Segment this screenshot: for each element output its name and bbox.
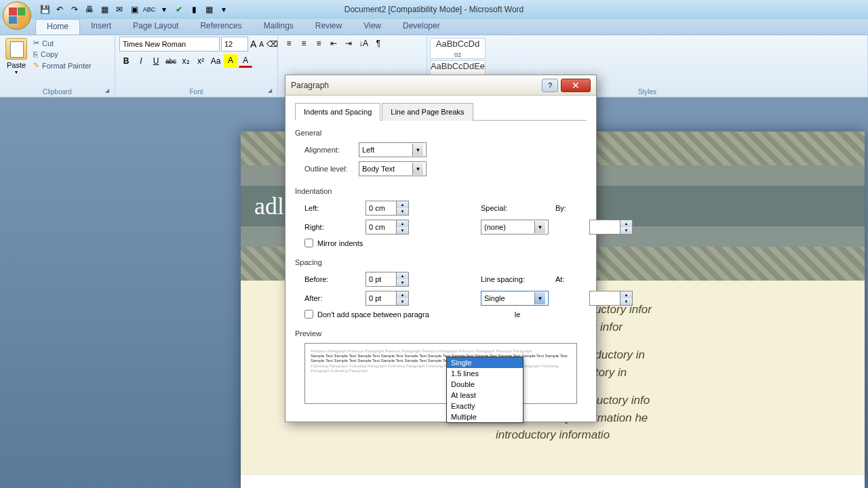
dropdown-item[interactable]: Single: [447, 357, 523, 368]
change-case-button[interactable]: Aa: [209, 54, 222, 68]
paste-button[interactable]: Paste ▾: [4, 37, 28, 77]
dialog-close-button[interactable]: ✕: [561, 79, 591, 92]
tab-view[interactable]: View: [353, 19, 392, 35]
format-painter-button[interactable]: ✎Format Painter: [33, 60, 92, 70]
before-spinner[interactable]: ▲▼: [366, 272, 409, 287]
right-indent-spinner[interactable]: ▲▼: [366, 220, 409, 235]
qat-dropdown-icon[interactable]: ▾: [157, 3, 171, 16]
cube-icon[interactable]: ▣: [127, 3, 141, 16]
dropdown-item[interactable]: Double: [447, 379, 523, 390]
numbering-button[interactable]: ≡: [297, 37, 311, 50]
dialog-titlebar[interactable]: Paragraph ? ✕: [285, 75, 596, 96]
dialog-help-button[interactable]: ?: [542, 79, 558, 92]
mirror-indents-checkbox[interactable]: Mirror indents: [295, 239, 587, 247]
spinner-up-icon[interactable]: ▲: [397, 220, 408, 227]
dropdown-item[interactable]: At least: [447, 390, 523, 401]
dropdown-item[interactable]: 1.5 lines: [447, 368, 523, 379]
outline-select[interactable]: Body Text▼: [359, 161, 427, 176]
paste-dropdown-icon: ▾: [15, 69, 18, 75]
tab-line-page-breaks[interactable]: Line and Page Breaks: [382, 103, 473, 121]
clear-format-button[interactable]: ⌫: [266, 37, 279, 51]
tab-page-layout[interactable]: Page Layout: [122, 19, 189, 35]
preview-label: Preview: [295, 329, 587, 338]
bold-button[interactable]: B: [119, 54, 133, 68]
spinner-up-icon[interactable]: ▲: [397, 201, 408, 208]
tab-mailings[interactable]: Mailings: [253, 19, 304, 35]
sort-button[interactable]: ↓A: [357, 37, 370, 50]
underline-button[interactable]: U: [149, 54, 163, 68]
show-marks-button[interactable]: ¶: [372, 37, 385, 50]
highlight-button[interactable]: A: [224, 54, 237, 68]
preview-icon[interactable]: ▦: [98, 3, 111, 16]
font-color-button[interactable]: A: [239, 54, 252, 68]
italic-button[interactable]: I: [134, 54, 148, 68]
spinner-down-icon[interactable]: ▼: [397, 227, 408, 234]
spinner-down-icon[interactable]: ▼: [620, 298, 632, 305]
spinner-down-icon[interactable]: ▼: [620, 227, 632, 234]
left-indent-spinner[interactable]: ▲▼: [366, 201, 409, 216]
shrink-font-button[interactable]: A: [258, 37, 264, 51]
special-select[interactable]: (none)▼: [481, 220, 549, 235]
spinner-down-icon[interactable]: ▼: [397, 208, 408, 215]
spellcheck-icon[interactable]: ABC: [142, 3, 156, 16]
grow-font-button[interactable]: A: [250, 37, 257, 51]
redo-icon[interactable]: ↷: [68, 3, 81, 16]
chevron-down-icon: ▼: [412, 144, 423, 156]
line-spacing-dropdown: Single1.5 linesDoubleAt leastExactlyMult…: [446, 357, 524, 423]
alignment-select[interactable]: Left▼: [359, 142, 427, 157]
qat-more-icon[interactable]: ▾: [217, 3, 231, 16]
office-button[interactable]: [3, 1, 31, 30]
spinner-up-icon[interactable]: ▲: [620, 220, 632, 227]
multilevel-button[interactable]: ≡: [312, 37, 326, 50]
cut-button[interactable]: ✂Cut: [33, 38, 92, 48]
strike-button[interactable]: abc: [164, 54, 178, 68]
by-label: By:: [555, 204, 583, 212]
copy-button[interactable]: ⎘Copy: [33, 49, 92, 59]
grid-icon[interactable]: ▦: [202, 3, 216, 16]
style-item[interactable]: AaBbCcDd02: [430, 38, 486, 59]
line-spacing-select[interactable]: Single▼: [481, 291, 549, 306]
font-expand-icon[interactable]: ◢: [268, 87, 276, 96]
spinner-up-icon[interactable]: ▲: [397, 291, 408, 298]
save-icon[interactable]: 💾: [38, 3, 52, 16]
spinner-up-icon[interactable]: ▲: [620, 291, 632, 298]
at-label: At:: [555, 275, 583, 283]
at-spinner[interactable]: ▲▼: [589, 291, 633, 306]
after-spinner[interactable]: ▲▼: [366, 291, 409, 306]
tab-indents-spacing[interactable]: Indents and Spacing: [295, 103, 380, 121]
dont-add-space-checkbox[interactable]: Don't add space between paragrale: [295, 310, 587, 319]
style-preview: AaBbCcDd: [436, 39, 479, 49]
spinner-up-icon[interactable]: ▲: [397, 272, 408, 279]
paste-icon: [5, 38, 27, 60]
font-name-input[interactable]: [119, 37, 220, 52]
bullets-button[interactable]: ≡: [282, 37, 296, 50]
tab-references[interactable]: References: [189, 19, 252, 35]
chevron-down-icon: ▼: [534, 221, 545, 233]
tab-home[interactable]: Home: [35, 19, 80, 35]
font-group: A A ⌫ B I U abc x₂ x² Aa A A Font ◢: [115, 35, 278, 97]
subscript-button[interactable]: x₂: [179, 54, 193, 68]
font-size-input[interactable]: [221, 37, 248, 52]
ribbon-tabs: Home Insert Page Layout References Maili…: [0, 19, 868, 35]
check-icon[interactable]: ✔: [172, 3, 186, 16]
decrease-indent-button[interactable]: ⇤: [327, 37, 340, 50]
tab-insert[interactable]: Insert: [80, 19, 122, 35]
mail-icon[interactable]: ✉: [113, 3, 126, 16]
tab-review[interactable]: Review: [304, 19, 353, 35]
spinner-down-icon[interactable]: ▼: [397, 279, 408, 286]
tab-developer[interactable]: Developer: [392, 19, 451, 35]
dropdown-item[interactable]: Multiple: [447, 411, 523, 422]
style-preview: AaBbCcDdEe: [431, 61, 485, 71]
by-spinner[interactable]: ▲▼: [589, 220, 633, 235]
superscript-button[interactable]: x²: [194, 54, 208, 68]
dropdown-item[interactable]: Exactly: [447, 401, 523, 411]
chart-icon[interactable]: ▮: [187, 3, 201, 16]
chevron-down-icon: ▼: [412, 163, 423, 175]
after-label: After:: [304, 294, 359, 302]
undo-icon[interactable]: ↶: [53, 3, 66, 16]
spinner-down-icon[interactable]: ▼: [397, 298, 408, 305]
font-group-label: Font: [115, 88, 277, 96]
print-icon[interactable]: 🖶: [83, 3, 96, 16]
increase-indent-button[interactable]: ⇥: [342, 37, 355, 50]
clipboard-expand-icon[interactable]: ◢: [105, 87, 113, 96]
